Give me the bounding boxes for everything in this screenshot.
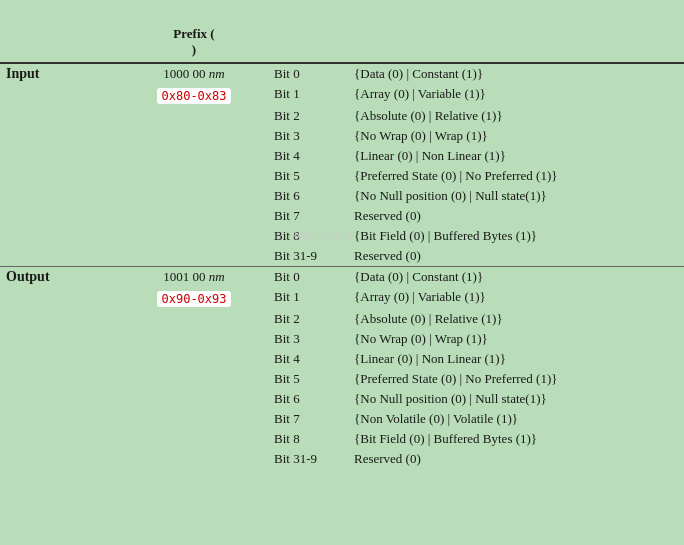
section-tag-0 bbox=[0, 146, 120, 166]
section-tag-0 bbox=[0, 206, 120, 226]
section-tag-1 bbox=[0, 389, 120, 409]
prefix-cell-0-4 bbox=[120, 146, 268, 166]
bit-label-1-7: Bit 7 bbox=[268, 409, 348, 429]
section-tag-1 bbox=[0, 409, 120, 429]
bit-label-0-7: Bit 7 bbox=[268, 206, 348, 226]
prefix-cell-1-8 bbox=[120, 429, 268, 449]
section-tag-1 bbox=[0, 309, 120, 329]
bit-label-0-1: Bit 1 bbox=[268, 84, 348, 106]
bit-label-0-3: Bit 3 bbox=[268, 126, 348, 146]
bit-label-1-8: Bit 8 bbox=[268, 429, 348, 449]
prefix-cell-0-3 bbox=[120, 126, 268, 146]
bit-label-1-6: Bit 6 bbox=[268, 389, 348, 409]
prefix-hex-1: 0x90-0x93 bbox=[157, 291, 230, 307]
bit-label-1-2: Bit 2 bbox=[268, 309, 348, 329]
section-tag-1 bbox=[0, 369, 120, 389]
bit-label-1-3: Bit 3 bbox=[268, 329, 348, 349]
section-tag-1 bbox=[0, 349, 120, 369]
header-prefix-line2: Prefix () bbox=[173, 26, 214, 57]
tag-label-0: Input bbox=[6, 66, 39, 81]
prefix-cell-0-1: 0x80-0x83 bbox=[120, 84, 268, 106]
watermark: http://blog.cs bbox=[294, 228, 352, 240]
section-tag-1 bbox=[0, 287, 120, 309]
prefix-cell-0-5 bbox=[120, 166, 268, 186]
bit-label-0-0: Bit 0 bbox=[268, 63, 348, 84]
section-tag-1: Output bbox=[0, 267, 120, 288]
section-tag-0 bbox=[0, 84, 120, 106]
valid-data-1-9: Reserved (0) bbox=[348, 449, 684, 469]
valid-data-0-4: {Linear (0) | Non Linear (1)} bbox=[348, 146, 684, 166]
section-tag-0 bbox=[0, 226, 120, 246]
valid-data-1-3: {No Wrap (0) | Wrap (1)} bbox=[348, 329, 684, 349]
section-tag-1 bbox=[0, 429, 120, 449]
bit-label-1-9: Bit 31-9 bbox=[268, 449, 348, 469]
prefix-cell-0-2 bbox=[120, 106, 268, 126]
section-tag-1 bbox=[0, 329, 120, 349]
valid-data-1-6: {No Null position (0) | Null state(1)} bbox=[348, 389, 684, 409]
bit-label-0-4: Bit 4 bbox=[268, 146, 348, 166]
header-valid-data bbox=[268, 8, 684, 63]
valid-data-0-2: {Absolute (0) | Relative (1)} bbox=[348, 106, 684, 126]
valid-data-0-9: Reserved (0) bbox=[348, 246, 684, 267]
valid-data-1-2: {Absolute (0) | Relative (1)} bbox=[348, 309, 684, 329]
section-tag-0 bbox=[0, 166, 120, 186]
prefix-cell-0-7 bbox=[120, 206, 268, 226]
valid-data-1-5: {Preferred State (0) | No Preferred (1)} bbox=[348, 369, 684, 389]
bit-label-0-9: Bit 31-9 bbox=[268, 246, 348, 267]
prefix-cell-1-7 bbox=[120, 409, 268, 429]
bit-label-0-2: Bit 2 bbox=[268, 106, 348, 126]
prefix-cell-0-9 bbox=[120, 246, 268, 267]
valid-data-1-7: {Non Volatile (0) | Volatile (1)} bbox=[348, 409, 684, 429]
prefix-cell-0-6 bbox=[120, 186, 268, 206]
bit-label-0-5: Bit 5 bbox=[268, 166, 348, 186]
bit-label-1-4: Bit 4 bbox=[268, 349, 348, 369]
header-main-tag bbox=[0, 8, 120, 63]
section-tag-0 bbox=[0, 106, 120, 126]
section-tag-0 bbox=[0, 186, 120, 206]
bit-label-1-1: Bit 1 bbox=[268, 287, 348, 309]
prefix-cell-1-1: 0x90-0x93 bbox=[120, 287, 268, 309]
prefix-cell-1-2 bbox=[120, 309, 268, 329]
bit-label-1-0: Bit 0 bbox=[268, 267, 348, 288]
prefix-cell-1-3 bbox=[120, 329, 268, 349]
prefix-cell-0-0: 1000 00 nm bbox=[120, 63, 268, 84]
valid-data-1-1: {Array (0) | Variable (1)} bbox=[348, 287, 684, 309]
main-container: Prefix () Input1000 00 nmBit 0{Data (0) … bbox=[0, 0, 684, 545]
valid-data-0-6: {No Null position (0) | Null state(1)} bbox=[348, 186, 684, 206]
valid-data-0-1: {Array (0) | Variable (1)} bbox=[348, 84, 684, 106]
prefix-cell-0-8 bbox=[120, 226, 268, 246]
bit-label-1-5: Bit 5 bbox=[268, 369, 348, 389]
valid-data-1-0: {Data (0) | Constant (1)} bbox=[348, 267, 684, 288]
valid-data-0-5: {Preferred State (0) | No Preferred (1)} bbox=[348, 166, 684, 186]
prefix-cell-1-9 bbox=[120, 449, 268, 469]
section-tag-1 bbox=[0, 449, 120, 469]
prefix-text-0: 1000 00 nm bbox=[163, 66, 224, 81]
section-tag-0 bbox=[0, 126, 120, 146]
section-tag-0: Input bbox=[0, 63, 120, 84]
header-prefix: Prefix () bbox=[120, 8, 268, 63]
tag-label-1: Output bbox=[6, 269, 50, 284]
bit-label-0-6: Bit 6 bbox=[268, 186, 348, 206]
section-tag-0 bbox=[0, 246, 120, 267]
valid-data-0-7: Reserved (0) bbox=[348, 206, 684, 226]
prefix-cell-1-5 bbox=[120, 369, 268, 389]
valid-data-0-3: {No Wrap (0) | Wrap (1)} bbox=[348, 126, 684, 146]
valid-data-1-8: {Bit Field (0) | Buffered Bytes (1)} bbox=[348, 429, 684, 449]
valid-data-1-4: {Linear (0) | Non Linear (1)} bbox=[348, 349, 684, 369]
prefix-cell-1-0: 1001 00 nm bbox=[120, 267, 268, 288]
prefix-hex-0: 0x80-0x83 bbox=[157, 88, 230, 104]
prefix-cell-1-4 bbox=[120, 349, 268, 369]
valid-data-0-0: {Data (0) | Constant (1)} bbox=[348, 63, 684, 84]
prefix-cell-1-6 bbox=[120, 389, 268, 409]
valid-data-0-8: http://blog.cs{Bit Field (0) | Buffered … bbox=[348, 226, 684, 246]
data-table: Prefix () Input1000 00 nmBit 0{Data (0) … bbox=[0, 8, 684, 469]
prefix-text-1: 1001 00 nm bbox=[163, 269, 224, 284]
